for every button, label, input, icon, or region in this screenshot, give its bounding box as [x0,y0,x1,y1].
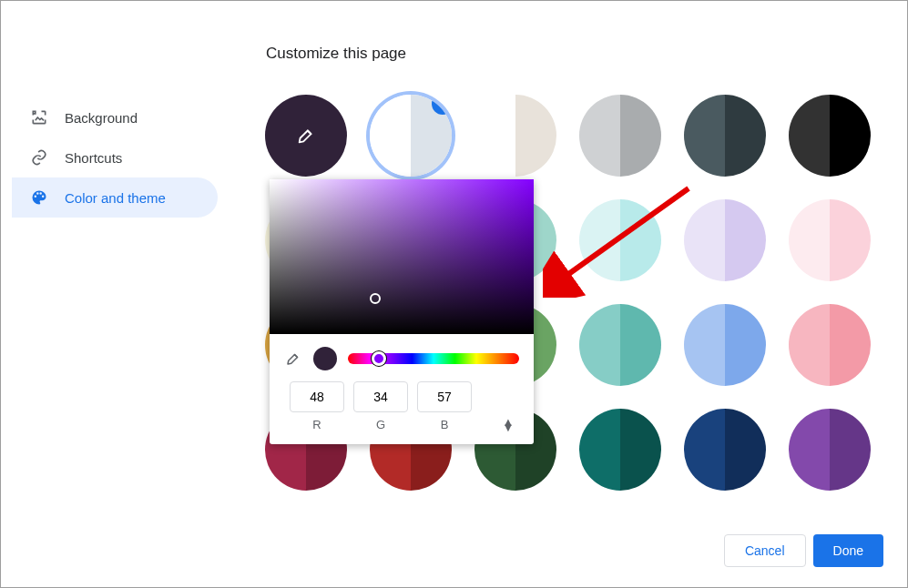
customize-dialog: Customize this page Background Shortcuts [0,0,908,588]
color-swatch[interactable] [265,95,347,177]
color-swatch[interactable] [579,409,661,491]
color-swatch[interactable] [789,304,871,386]
color-swatch[interactable] [579,199,661,281]
color-swatch[interactable] [789,199,871,281]
palette-icon [30,188,48,207]
wallpaper-icon [30,108,48,127]
color-swatch[interactable] [684,304,766,386]
r-label: R [290,418,344,431]
color-mode-toggle[interactable]: ▲▼ [481,420,494,431]
sidebar-item-shortcuts[interactable]: Shortcuts [12,137,218,177]
color-swatch[interactable] [579,95,661,177]
sidebar-item-label: Background [65,110,138,126]
sidebar-item-color-theme[interactable]: Color and theme [12,177,218,218]
check-icon [432,95,452,115]
sidebar: Background Shortcuts Color and theme [12,97,218,218]
color-swatch[interactable] [684,95,766,177]
link-icon [30,148,48,167]
color-swatch[interactable] [474,95,556,177]
color-swatch[interactable] [684,199,766,281]
sidebar-item-background[interactable]: Background [12,97,218,137]
eyedropper-icon[interactable] [284,350,302,368]
color-swatch[interactable] [370,95,452,177]
sidebar-item-label: Shortcuts [65,150,122,166]
g-label: G [353,418,408,431]
color-swatch[interactable] [789,409,871,491]
saturation-value-area[interactable] [270,179,534,334]
g-input[interactable] [353,381,408,412]
current-color-preview [313,347,337,370]
b-input[interactable] [417,381,472,412]
hue-thumb[interactable] [372,351,386,366]
r-input[interactable] [290,381,344,412]
done-button[interactable]: Done [813,534,883,567]
color-swatch[interactable] [579,304,661,386]
hue-slider[interactable] [348,353,519,364]
cancel-button[interactable]: Cancel [724,534,806,567]
dialog-footer: Cancel Done [724,534,883,567]
color-swatch[interactable] [789,95,871,177]
sv-cursor[interactable] [370,293,381,304]
color-picker-popover: R G B ▲▼ [270,179,534,444]
b-label: B [417,418,472,431]
page-title: Customize this page [266,45,406,63]
color-swatch[interactable] [684,409,766,491]
sidebar-item-label: Color and theme [65,190,166,206]
